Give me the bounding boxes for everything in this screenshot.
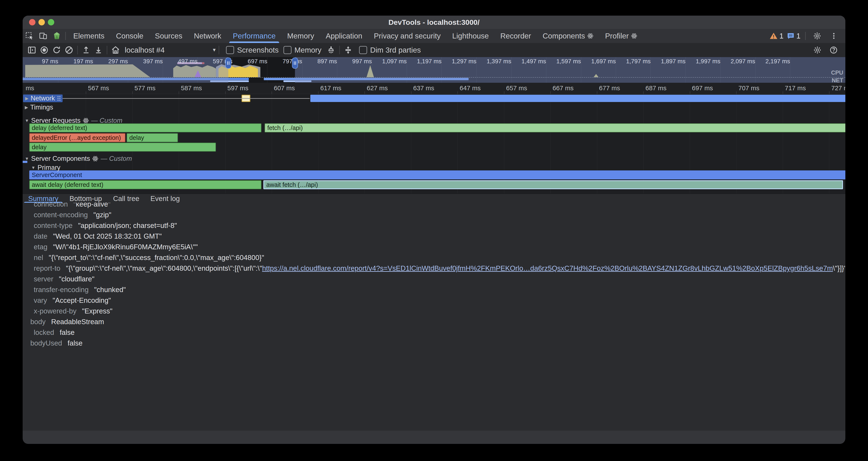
track-header-server-components[interactable]: ▼Server Components— Custom bbox=[25, 155, 132, 163]
property-key: bodyUsed bbox=[30, 339, 62, 347]
property-key: connection bbox=[34, 203, 68, 208]
details-tab-summary[interactable]: Summary bbox=[23, 194, 64, 203]
ruler-time-label: 577 ms bbox=[134, 84, 155, 92]
track-event-delay[interactable]: delay bbox=[127, 133, 178, 142]
capture-settings-button[interactable] bbox=[811, 44, 824, 56]
property-row-transfer-encoding: transfer-encoding"chunked" bbox=[23, 284, 845, 295]
tab-network[interactable]: Network bbox=[188, 29, 227, 43]
track-header-primary-group[interactable]: ▼Primary bbox=[31, 164, 60, 172]
clear-block-icon bbox=[64, 46, 73, 55]
tab-memory[interactable]: Memory bbox=[281, 29, 320, 43]
tab-label: Privacy and security bbox=[374, 32, 441, 40]
tab-sources[interactable]: Sources bbox=[149, 29, 188, 43]
details-tab-event-log[interactable]: Event log bbox=[145, 194, 185, 203]
overview-window-right-handle[interactable] bbox=[292, 58, 298, 69]
collapse-tracks-button[interactable] bbox=[342, 44, 354, 56]
ruler-time-label: 677 ms bbox=[599, 84, 620, 92]
ruler-time-label: 717 ms bbox=[785, 84, 806, 92]
report-to-url-link[interactable]: https://a.nel.cloudflare.com/report/v4?s… bbox=[262, 264, 833, 272]
tab-console[interactable]: Console bbox=[110, 29, 149, 43]
property-row-content-encoding: content-encoding"gzip" bbox=[23, 209, 845, 220]
help-button[interactable] bbox=[828, 44, 840, 56]
tab-profiler[interactable]: Profiler bbox=[599, 29, 643, 43]
track-event-delayederror-ayed-exception[interactable]: delayedError (…ayed exception) bbox=[29, 133, 125, 142]
live-metrics-home-button[interactable] bbox=[110, 44, 122, 56]
device-toolbar-button[interactable] bbox=[36, 29, 50, 43]
history-select[interactable]: localhost #4 ▼ bbox=[125, 46, 217, 54]
tab-lighthouse[interactable]: Lighthouse bbox=[446, 29, 494, 43]
record-button[interactable] bbox=[38, 44, 51, 56]
ruler-tick bbox=[272, 91, 272, 94]
overview-time-label: 1,997 ms bbox=[695, 58, 720, 65]
extension-button[interactable] bbox=[50, 29, 64, 43]
details-tab-bottom-up[interactable]: Bottom-up bbox=[64, 194, 107, 203]
ruler-tick bbox=[318, 91, 318, 94]
expand-triangle-icon: ▼ bbox=[25, 156, 29, 161]
ruler-tick bbox=[411, 91, 411, 94]
track-label-text: Server Components bbox=[31, 155, 90, 163]
tab-performance[interactable]: Performance bbox=[227, 29, 281, 43]
kebab-menu-icon bbox=[830, 32, 838, 40]
tab-elements[interactable]: Elements bbox=[67, 29, 110, 43]
dim-3rd-parties-checkbox[interactable] bbox=[359, 46, 367, 54]
property-value: "Wed, 01 Oct 2025 18:32:01 GMT" bbox=[53, 232, 162, 240]
expand-triangle-icon: ▼ bbox=[25, 118, 29, 123]
warnings-badge[interactable]: 1 bbox=[770, 32, 783, 40]
react-atom-icon bbox=[587, 33, 593, 39]
collect-garbage-button[interactable] bbox=[325, 44, 337, 56]
property-value: false bbox=[68, 339, 83, 347]
clear-button[interactable] bbox=[63, 44, 75, 56]
react-atom-icon bbox=[631, 33, 637, 39]
ruler-tick bbox=[504, 91, 504, 94]
divider bbox=[219, 46, 219, 54]
track-event-await-delay-deferred-text[interactable]: await delay (deferred text) bbox=[29, 180, 261, 189]
timeline-overview[interactable]: 97 ms197 ms297 ms397 ms497 ms597 ms697 m… bbox=[23, 57, 845, 83]
track-custom-suffix: — Custom bbox=[91, 117, 122, 124]
tab-privacy-and-security[interactable]: Privacy and security bbox=[368, 29, 446, 43]
property-row-server: server"cloudflare" bbox=[23, 274, 845, 284]
issues-badge[interactable]: 1 bbox=[786, 32, 801, 40]
tab-recorder[interactable]: Recorder bbox=[495, 29, 537, 43]
property-key: server bbox=[34, 275, 53, 283]
network-request-bar[interactable] bbox=[310, 95, 845, 102]
record-and-reload-button[interactable] bbox=[51, 44, 63, 56]
track-label-text: Primary bbox=[38, 164, 60, 172]
overview-window-left-handle[interactable] bbox=[225, 58, 231, 69]
ruler-time-label: 617 ms bbox=[320, 84, 341, 92]
track-event-fetch-api[interactable]: fetch (…/api) bbox=[265, 123, 845, 132]
overview-time-label: 997 ms bbox=[352, 58, 372, 65]
chevron-down-icon: ▼ bbox=[212, 47, 217, 53]
details-tab-call-tree[interactable]: Call tree bbox=[107, 194, 145, 203]
track-event-delay[interactable]: delay bbox=[29, 143, 216, 152]
ruler-tick bbox=[132, 91, 133, 94]
property-key: content-type bbox=[34, 222, 73, 230]
track-event-delay-deferred-text[interactable]: delay (deferred text) bbox=[29, 123, 261, 132]
property-key: x-powered-by bbox=[34, 307, 76, 315]
property-value: "gzip" bbox=[93, 211, 111, 219]
network-summary-line bbox=[58, 98, 310, 99]
tab-application[interactable]: Application bbox=[320, 29, 368, 43]
save-profile-button[interactable] bbox=[92, 44, 105, 56]
memory-checkbox[interactable] bbox=[283, 46, 291, 54]
more-options-button[interactable] bbox=[827, 29, 841, 43]
settings-button[interactable] bbox=[810, 29, 824, 43]
track-event-await-fetch-api[interactable]: await fetch (…/api) bbox=[264, 180, 843, 189]
panel-toggle-icon bbox=[27, 46, 36, 55]
track-header-server-requests[interactable]: ▼Server Requests— Custom bbox=[25, 117, 122, 124]
track-header-timings[interactable]: ▶Timings bbox=[25, 104, 53, 111]
overview-time-label: 1,397 ms bbox=[487, 58, 511, 65]
tab-label: Application bbox=[326, 32, 362, 40]
load-profile-button[interactable] bbox=[80, 44, 92, 56]
screenshots-checkbox[interactable] bbox=[226, 46, 234, 54]
track-header-network[interactable]: ▶Network bbox=[23, 94, 63, 102]
inspect-element-button[interactable] bbox=[23, 29, 36, 43]
track-group-marker bbox=[23, 161, 27, 163]
details-tab-label: Summary bbox=[28, 195, 58, 203]
property-value: false bbox=[60, 328, 74, 337]
toggle-sidebar-button[interactable] bbox=[26, 44, 38, 56]
tab-components[interactable]: Components bbox=[537, 29, 599, 43]
track-event-servercomponent[interactable]: ServerComponent bbox=[29, 170, 845, 179]
memory-label: Memory bbox=[294, 46, 321, 54]
details-tab-label: Event log bbox=[150, 195, 180, 203]
flamechart-tracks[interactable]: ▶Network▶Timings▼Server Requests— Custom… bbox=[23, 94, 845, 194]
